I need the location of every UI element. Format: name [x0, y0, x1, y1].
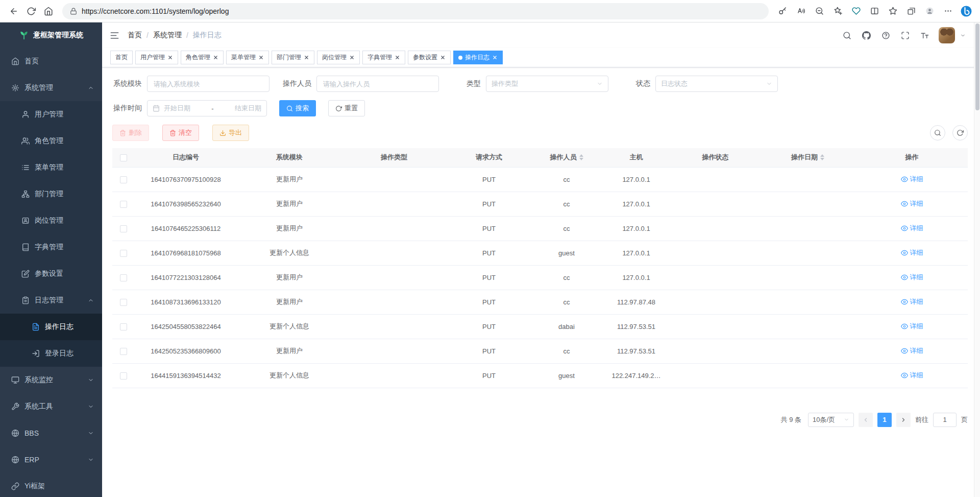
delete-button[interactable]: 删除: [112, 125, 149, 141]
tab-param-settings[interactable]: 参数设置: [408, 51, 451, 64]
detail-link[interactable]: 详细: [901, 346, 923, 356]
sidebar-item-yi-framework[interactable]: Yi框架: [0, 473, 102, 497]
address-bar[interactable]: https://ccnetcore.com:1101/system/log/op…: [62, 3, 769, 19]
read-aloud-button[interactable]: [792, 3, 810, 20]
sidebar-toggle-button[interactable]: [110, 31, 119, 40]
tab-oper-log[interactable]: 操作日志: [453, 51, 503, 64]
tab-close-icon[interactable]: [395, 55, 400, 60]
add-favorite-button[interactable]: [829, 3, 846, 20]
sort-icon[interactable]: [820, 154, 824, 160]
sidebar-item-menu-management[interactable]: 菜单管理: [0, 154, 102, 181]
row-checkbox[interactable]: [120, 176, 127, 183]
row-checkbox[interactable]: [120, 299, 127, 306]
user-avatar[interactable]: [939, 27, 955, 43]
detail-link[interactable]: 详细: [901, 224, 923, 233]
detail-link[interactable]: 详细: [901, 199, 923, 208]
fullscreen-button[interactable]: [900, 30, 911, 41]
column-header[interactable]: 操作状态: [671, 148, 760, 167]
column-header[interactable]: 主机: [601, 148, 671, 167]
sidebar-item-login-log[interactable]: 登录日志: [0, 340, 102, 367]
tab-close-icon[interactable]: [440, 55, 446, 60]
more-button[interactable]: [939, 3, 957, 20]
reset-button[interactable]: 重置: [328, 100, 365, 116]
sidebar-item-oper-log[interactable]: 操作日志: [0, 314, 102, 340]
row-checkbox[interactable]: [120, 201, 127, 208]
operator-input[interactable]: [316, 76, 439, 92]
zoom-out-button[interactable]: [811, 3, 828, 20]
profile-button[interactable]: [921, 3, 938, 20]
browser-essentials-button[interactable]: [847, 3, 865, 20]
date-range-picker[interactable]: 开始日期 - 结束日期: [147, 100, 267, 116]
type-select[interactable]: 操作类型: [486, 76, 608, 92]
search-button[interactable]: 搜索: [279, 100, 316, 116]
sort-icon[interactable]: [579, 154, 583, 160]
next-page-button[interactable]: [896, 413, 911, 427]
github-button[interactable]: [861, 30, 872, 41]
tab-menu-management[interactable]: 菜单管理: [226, 51, 269, 64]
breadcrumb-item[interactable]: 操作日志: [193, 31, 222, 40]
module-input[interactable]: [147, 76, 270, 92]
tab-role-management[interactable]: 角色管理: [181, 51, 224, 64]
row-checkbox[interactable]: [120, 225, 127, 232]
sidebar-item-param-settings[interactable]: 参数设置: [0, 261, 102, 287]
search-button[interactable]: [842, 30, 852, 41]
row-checkbox[interactable]: [120, 372, 127, 380]
select-all-header[interactable]: [112, 148, 135, 167]
help-button[interactable]: [880, 30, 891, 41]
column-header[interactable]: 系统模块: [237, 148, 342, 167]
goto-page-input[interactable]: [933, 413, 957, 427]
page-number-button[interactable]: 1: [877, 413, 892, 427]
tab-close-icon[interactable]: [304, 55, 309, 60]
sidebar-item-log-management[interactable]: 日志管理: [0, 287, 102, 314]
tab-close-icon[interactable]: [492, 55, 498, 60]
copilot-button[interactable]: [958, 3, 975, 20]
sidebar-item-role-management[interactable]: 角色管理: [0, 128, 102, 154]
browser-home-button[interactable]: [40, 3, 57, 20]
favorites-button[interactable]: [884, 3, 901, 20]
row-checkbox[interactable]: [120, 348, 127, 355]
tab-close-icon[interactable]: [213, 55, 218, 60]
tab-user-management[interactable]: 用户管理: [135, 51, 178, 64]
tab-close-icon[interactable]: [349, 55, 355, 60]
detail-link[interactable]: 详细: [901, 175, 923, 184]
breadcrumb-item[interactable]: 系统管理: [153, 31, 182, 40]
column-header[interactable]: 日志编号: [135, 148, 237, 167]
refresh-table-button[interactable]: [952, 125, 968, 140]
detail-link[interactable]: 详细: [901, 322, 923, 331]
sidebar-item-home[interactable]: 首页: [0, 48, 102, 75]
tab-close-icon[interactable]: [167, 55, 173, 60]
status-select[interactable]: 日志状态: [655, 76, 778, 92]
sidebar-item-post-management[interactable]: 岗位管理: [0, 207, 102, 234]
column-header[interactable]: 请求方式: [446, 148, 532, 167]
breadcrumb-item[interactable]: 首页: [128, 31, 142, 40]
font-size-button[interactable]: [919, 30, 930, 41]
sidebar-item-system-tools[interactable]: 系统工具: [0, 393, 102, 420]
row-checkbox[interactable]: [120, 250, 127, 257]
export-button[interactable]: 导出: [212, 125, 249, 141]
column-header[interactable]: 操作日期: [760, 148, 856, 167]
detail-link[interactable]: 详细: [901, 371, 923, 380]
sidebar-item-erp[interactable]: ERP: [0, 446, 102, 473]
detail-link[interactable]: 详细: [901, 273, 923, 282]
column-header[interactable]: 操作类型: [342, 148, 446, 167]
clear-button[interactable]: 清空: [162, 125, 199, 141]
row-checkbox[interactable]: [120, 323, 127, 330]
column-header[interactable]: 操作人员: [532, 148, 601, 167]
browser-back-button[interactable]: [5, 3, 22, 20]
sidebar-item-bbs[interactable]: BBS: [0, 420, 102, 446]
prev-page-button[interactable]: [859, 413, 873, 427]
tab-home[interactable]: 首页: [110, 51, 133, 64]
select-all-checkbox[interactable]: [120, 154, 127, 161]
page-size-select[interactable]: 10条/页: [808, 413, 854, 427]
tab-dict-management[interactable]: 字典管理: [362, 51, 405, 64]
avatar-dropdown-icon[interactable]: [960, 33, 966, 38]
sidebar-item-dept-management[interactable]: 部门管理: [0, 181, 102, 207]
split-screen-button[interactable]: [866, 3, 883, 20]
row-checkbox[interactable]: [120, 274, 127, 281]
tab-dept-management[interactable]: 部门管理: [272, 51, 314, 64]
sidebar-item-system-management[interactable]: 系统管理: [0, 75, 102, 101]
browser-refresh-button[interactable]: [22, 3, 40, 20]
scrollbar-thumb[interactable]: [975, 23, 979, 110]
tab-post-management[interactable]: 岗位管理: [317, 51, 360, 64]
collections-button[interactable]: [902, 3, 920, 20]
